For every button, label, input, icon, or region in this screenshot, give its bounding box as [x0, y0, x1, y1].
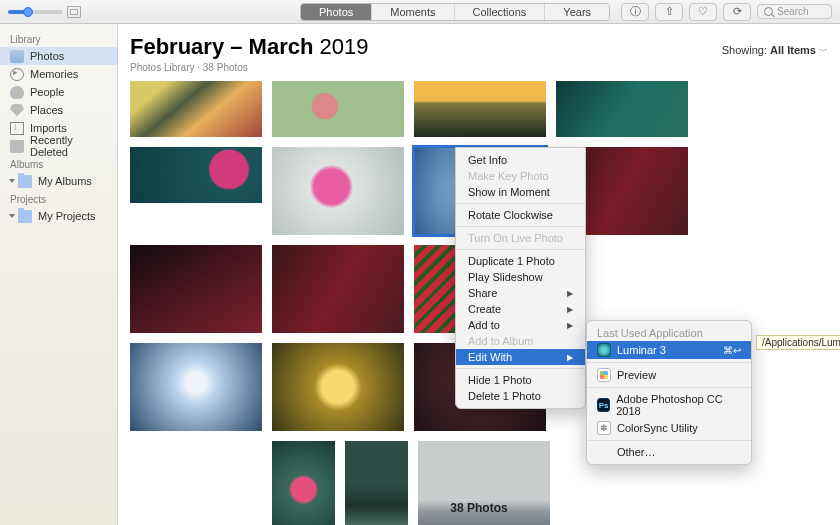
colorsync-icon — [597, 421, 611, 435]
zoom-slider[interactable] — [8, 10, 63, 14]
sidebar-item-people[interactable]: People — [0, 83, 117, 101]
sidebar-header-projects: Projects — [0, 190, 117, 207]
submenu-colorsync[interactable]: ColorSync Utility — [587, 419, 751, 437]
sidebar-item-label: Photos — [30, 50, 64, 62]
sidebar-item-places[interactable]: Places — [0, 101, 117, 119]
ctx-separator — [587, 440, 751, 441]
submenu-item-label: Preview — [617, 369, 656, 381]
photo-thumb[interactable] — [345, 441, 408, 525]
submenu-item-label: Other… — [617, 446, 656, 458]
ctx-add-to[interactable]: Add to — [456, 317, 585, 333]
title-range: February – March — [130, 34, 313, 59]
ctx-separator — [456, 249, 585, 250]
showing-filter[interactable]: Showing: All Items ﹀ — [722, 44, 828, 58]
ctx-duplicate[interactable]: Duplicate 1 Photo — [456, 253, 585, 269]
photo-thumb[interactable] — [130, 343, 262, 431]
disclosure-icon[interactable] — [9, 179, 15, 183]
sidebar-item-label: My Projects — [38, 210, 95, 222]
context-menu: Get Info Make Key Photo Show in Moment R… — [455, 147, 586, 409]
ctx-separator — [456, 203, 585, 204]
disclosure-icon[interactable] — [9, 214, 15, 218]
ctx-play-slideshow[interactable]: Play Slideshow — [456, 269, 585, 285]
imports-icon — [10, 122, 24, 135]
submenu-luminar[interactable]: Luminar 3 ⌘↩ — [587, 341, 751, 359]
segment-photos[interactable]: Photos — [301, 4, 372, 20]
segment-collections[interactable]: Collections — [455, 4, 546, 20]
folder-icon — [18, 175, 32, 188]
ctx-make-key-photo: Make Key Photo — [456, 168, 585, 184]
submenu-shortcut: ⌘↩ — [723, 345, 741, 356]
title-year: 2019 — [320, 34, 369, 59]
footer-count: 38 Photos — [450, 501, 507, 515]
submenu-header: Last Used Application — [587, 325, 751, 341]
sidebar-item-photos[interactable]: Photos — [0, 47, 117, 65]
toolbar-left — [8, 6, 120, 18]
chevron-down-icon: ﹀ — [819, 46, 828, 56]
submenu-photoshop[interactable]: PsAdobe Photoshop CC 2018 — [587, 391, 751, 419]
preview-icon — [597, 368, 611, 382]
toolbar-right: ⓘ ⇧ ♡ ⟳ Search — [621, 3, 832, 21]
submenu-item-label: Adobe Photoshop CC 2018 — [616, 393, 741, 417]
fullscreen-icon[interactable] — [67, 6, 81, 18]
search-field[interactable]: Search — [757, 4, 832, 19]
ctx-delete-photo[interactable]: Delete 1 Photo — [456, 388, 585, 404]
ctx-share[interactable]: Share — [456, 285, 585, 301]
sidebar-item-label: My Albums — [38, 175, 92, 187]
ctx-create[interactable]: Create — [456, 301, 585, 317]
photo-thumb[interactable] — [130, 147, 262, 203]
rotate-button[interactable]: ⟳ — [723, 3, 751, 21]
subtitle: Photos Library · 38 Photos — [130, 62, 828, 73]
submenu-item-label: ColorSync Utility — [617, 422, 698, 434]
edit-with-submenu: Last Used Application Luminar 3 ⌘↩ Previ… — [586, 320, 752, 465]
sidebar-item-my-albums[interactable]: My Albums — [0, 172, 117, 190]
ctx-add-to-album: Add to Album — [456, 333, 585, 349]
photo-thumb[interactable] — [556, 81, 688, 137]
view-segment: Photos Moments Collections Years — [300, 3, 610, 21]
showing-label: Showing: — [722, 44, 767, 56]
search-placeholder: Search — [777, 6, 809, 17]
photos-icon — [10, 50, 24, 63]
app-path-tooltip: /Applications/Luminar 3.app — [756, 335, 840, 350]
ctx-separator — [456, 226, 585, 227]
share-button[interactable]: ⇧ — [655, 3, 683, 21]
sidebar-item-label: Recently Deleted — [30, 134, 107, 158]
submenu-other[interactable]: Other… — [587, 444, 751, 460]
photo-thumb[interactable] — [130, 81, 262, 137]
sidebar-item-my-projects[interactable]: My Projects — [0, 207, 117, 225]
ctx-separator — [587, 387, 751, 388]
photo-thumb-selected[interactable]: Get Info Make Key Photo Show in Moment R… — [414, 147, 546, 235]
sidebar-item-label: People — [30, 86, 64, 98]
title-row: February – March 2019 Showing: All Items… — [130, 34, 828, 60]
ctx-get-info[interactable]: Get Info — [456, 152, 585, 168]
sidebar-header-library: Library — [0, 30, 117, 47]
sidebar-item-label: Places — [30, 104, 63, 116]
info-button[interactable]: ⓘ — [621, 3, 649, 21]
ctx-edit-with[interactable]: Edit With — [456, 349, 585, 365]
favorite-button[interactable]: ♡ — [689, 3, 717, 21]
photo-thumb[interactable] — [272, 441, 335, 525]
toolbar: Photos Moments Collections Years ⓘ ⇧ ♡ ⟳… — [0, 0, 840, 24]
sidebar-item-label: Memories — [30, 68, 78, 80]
sidebar-item-label: Imports — [30, 122, 67, 134]
memories-icon — [10, 68, 24, 81]
ctx-show-in-moment[interactable]: Show in Moment — [456, 184, 585, 200]
segment-moments[interactable]: Moments — [372, 4, 454, 20]
sidebar-item-recently-deleted[interactable]: Recently Deleted — [0, 137, 117, 155]
photo-thumb[interactable] — [414, 81, 546, 137]
segment-years[interactable]: Years — [545, 4, 609, 20]
photo-thumb[interactable] — [272, 147, 404, 235]
photo-thumb[interactable] — [130, 245, 262, 333]
photo-thumb[interactable] — [272, 343, 404, 431]
photo-thumb[interactable] — [272, 81, 404, 137]
submenu-preview[interactable]: Preview — [587, 366, 751, 384]
ctx-separator — [587, 362, 751, 363]
page-title: February – March 2019 — [130, 34, 368, 60]
search-icon — [764, 7, 773, 16]
photo-thumb[interactable] — [272, 245, 404, 333]
photo-grid: Get Info Make Key Photo Show in Moment R… — [130, 81, 828, 525]
photoshop-icon: Ps — [597, 398, 610, 412]
sidebar-item-memories[interactable]: Memories — [0, 65, 117, 83]
ctx-hide-photo[interactable]: Hide 1 Photo — [456, 372, 585, 388]
people-icon — [10, 86, 24, 99]
ctx-rotate-clockwise[interactable]: Rotate Clockwise — [456, 207, 585, 223]
